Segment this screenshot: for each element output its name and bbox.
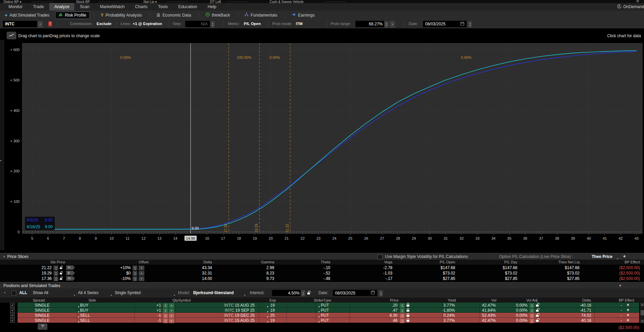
account-field-label[interactable]: Net Liq ▾ bbox=[144, 0, 157, 3]
lock-icon[interactable] bbox=[406, 318, 410, 323]
slice-offset-dropdown[interactable]: ▾ bbox=[138, 265, 145, 270]
symbol-input[interactable]: INTC bbox=[3, 21, 41, 27]
date-stepper[interactable]: ▴▾ bbox=[467, 21, 472, 28]
menu-item-monitor[interactable]: Monitor bbox=[3, 3, 28, 10]
vol-adj-stepper[interactable]: ▴▾ bbox=[529, 313, 535, 318]
qty-stepper[interactable]: ▴▾ bbox=[163, 308, 168, 313]
vol-adj-stepper[interactable]: ▴▾ bbox=[529, 308, 535, 313]
calendar-icon[interactable] bbox=[371, 290, 375, 295]
menu-item-charts[interactable]: Charts bbox=[130, 3, 153, 10]
offset-unit-tag[interactable]: % bbox=[66, 265, 77, 270]
interest-lock-icon[interactable] bbox=[307, 291, 311, 296]
lock-icon[interactable] bbox=[406, 308, 410, 313]
prob-range-stepper[interactable]: ▴▾ bbox=[384, 21, 389, 28]
account-field-label[interactable]: DT Left bbox=[210, 0, 221, 3]
step-input[interactable]: N/A bbox=[185, 21, 210, 27]
interest-input[interactable]: 4.50% bbox=[272, 290, 302, 296]
qty-stepper[interactable]: ▴▾ bbox=[163, 318, 168, 323]
ondemand-button[interactable]: OnDemand bbox=[617, 3, 644, 10]
row-checkbox[interactable]: ✓ bbox=[10, 318, 15, 323]
qty-dropdown[interactable]: ▾ bbox=[169, 318, 175, 323]
positions-scrollbar[interactable]: ▲ ▼ bbox=[640, 303, 644, 323]
offset-unit-tag[interactable]: $ bbox=[66, 271, 77, 275]
menu-item-help[interactable]: Help bbox=[203, 3, 222, 10]
prob-range-input[interactable]: 68.27% bbox=[355, 21, 385, 27]
slice-price-stepper[interactable]: ▴▾ bbox=[53, 265, 58, 270]
remove-trade-icon[interactable]: × bbox=[627, 318, 629, 323]
qty-stepper[interactable]: ▴▾ bbox=[163, 303, 168, 308]
menu-item-tools[interactable]: Tools bbox=[153, 3, 173, 10]
slice-offset-dropdown[interactable]: ▾ bbox=[138, 271, 145, 276]
row-checkbox[interactable]: ✓ bbox=[10, 308, 15, 313]
symbol-filter-dropdown[interactable]: Single Symbol bbox=[115, 290, 141, 295]
slice-offset-stepper[interactable]: ▴▾ bbox=[132, 271, 137, 276]
unlock-icon[interactable] bbox=[59, 266, 63, 270]
menu-item-trade[interactable]: Trade bbox=[28, 3, 49, 10]
remove-trade-icon[interactable]: × bbox=[627, 313, 629, 317]
lock-icon[interactable] bbox=[406, 313, 410, 318]
price-stepper[interactable]: ▴▾ bbox=[400, 303, 405, 308]
risk-profile-chart[interactable]: 0+ 100+ 200+ 300+ 400+ 500+ 60017.3619.2… bbox=[0, 41, 644, 253]
tab-fundamentals[interactable]: Fundamentals bbox=[241, 11, 281, 19]
lines-value[interactable]: +1 @ Expiration bbox=[133, 22, 162, 26]
step-stepper[interactable]: ▴▾ bbox=[210, 21, 215, 28]
margin-volatility-checkbox[interactable] bbox=[378, 255, 382, 259]
remove-trade-icon[interactable]: × bbox=[627, 303, 629, 307]
price-stepper[interactable]: ▴▾ bbox=[400, 308, 405, 313]
price-stepper[interactable]: ▴▾ bbox=[400, 318, 405, 323]
qty-dropdown[interactable]: ▾ bbox=[169, 308, 175, 313]
tab-risk-profile[interactable]: Risk Profile bbox=[55, 11, 90, 19]
qty-dropdown[interactable]: ▾ bbox=[169, 313, 175, 318]
positions-collapse-icon[interactable]: ▼ bbox=[619, 284, 622, 287]
add-simulated-trades-button[interactable]: Add Simulated Trades bbox=[9, 13, 49, 18]
chart-gadget-icon[interactable] bbox=[7, 32, 16, 39]
qty-dropdown[interactable]: ▾ bbox=[169, 303, 175, 308]
unlock-icon[interactable] bbox=[536, 303, 540, 308]
show-filter-dropdown[interactable]: Show All bbox=[33, 290, 48, 295]
unlock-icon[interactable] bbox=[536, 313, 540, 318]
qty-stepper[interactable]: ▴▾ bbox=[163, 313, 168, 318]
positions-date-stepper[interactable]: ▴▾ bbox=[378, 290, 383, 297]
row-checkbox[interactable]: ✓ bbox=[10, 303, 15, 308]
row-checkbox[interactable]: ✓ bbox=[10, 313, 15, 318]
account-field-label[interactable]: Option BP ▾ bbox=[3, 0, 21, 3]
tab-earnings[interactable]: Earnings bbox=[288, 11, 318, 19]
symbol-dropdown-button[interactable]: ▾ bbox=[37, 21, 43, 28]
menu-item-analyze[interactable]: Analyze bbox=[49, 3, 75, 10]
menu-item-education[interactable]: Education bbox=[173, 3, 203, 10]
slice-offset-stepper[interactable]: ▴▾ bbox=[132, 276, 137, 281]
collapse-rows-button[interactable]: ▲ bbox=[38, 324, 47, 330]
tab-thinkback[interactable]: thinkBack bbox=[202, 11, 234, 19]
unlock-icon[interactable] bbox=[59, 271, 63, 276]
positions-date-input[interactable]: 08/03/2025 bbox=[333, 290, 377, 296]
price-stepper[interactable]: ▴▾ bbox=[400, 313, 405, 318]
lock-icon[interactable] bbox=[406, 303, 410, 308]
account-field-label[interactable]: Stock BP bbox=[76, 0, 90, 3]
interest-stepper[interactable]: ▴▾ bbox=[301, 290, 306, 297]
account-field-label[interactable]: Cash & Sweep Vehicle bbox=[269, 0, 304, 3]
collapse-caret-icon[interactable]: ▾ bbox=[3, 255, 5, 258]
model-dropdown[interactable]: Bjerksund-Stensland bbox=[193, 290, 234, 295]
unlock-icon[interactable] bbox=[536, 318, 540, 323]
all-checkbox[interactable] bbox=[11, 291, 16, 295]
remove-trade-icon[interactable]: × bbox=[627, 308, 629, 312]
alert-icon[interactable]: ! bbox=[48, 21, 52, 26]
option-pl-calc-value[interactable]: Theo Price bbox=[592, 254, 612, 259]
vol-adj-stepper[interactable]: ▴▾ bbox=[529, 303, 535, 308]
prob-mode-value[interactable]: ITM bbox=[296, 22, 303, 26]
tab-economic-data[interactable]: Economic Data bbox=[153, 11, 195, 19]
positions-caret-icon[interactable]: ▾ bbox=[4, 291, 5, 294]
slice-price-stepper[interactable]: ▴▾ bbox=[53, 271, 58, 276]
vol-adj-stepper[interactable]: ▴▾ bbox=[529, 318, 535, 323]
slice-price-stepper[interactable]: ▴▾ bbox=[53, 276, 58, 281]
date-input[interactable]: 08/03/2025 bbox=[423, 21, 467, 27]
metric-value[interactable]: P/L Open bbox=[244, 22, 261, 26]
add-price-slice-button[interactable]: + bbox=[623, 254, 626, 259]
menu-item-scan[interactable]: Scan bbox=[75, 3, 95, 10]
offset-unit-tag[interactable]: % bbox=[66, 276, 77, 281]
slice-offset-dropdown[interactable]: ▾ bbox=[138, 276, 145, 281]
unlock-icon[interactable] bbox=[59, 277, 63, 281]
commission-value[interactable]: Exclude bbox=[97, 22, 111, 26]
menu-item-marketwatch[interactable]: MarketWatch bbox=[95, 3, 130, 10]
plot-area[interactable] bbox=[22, 43, 642, 234]
